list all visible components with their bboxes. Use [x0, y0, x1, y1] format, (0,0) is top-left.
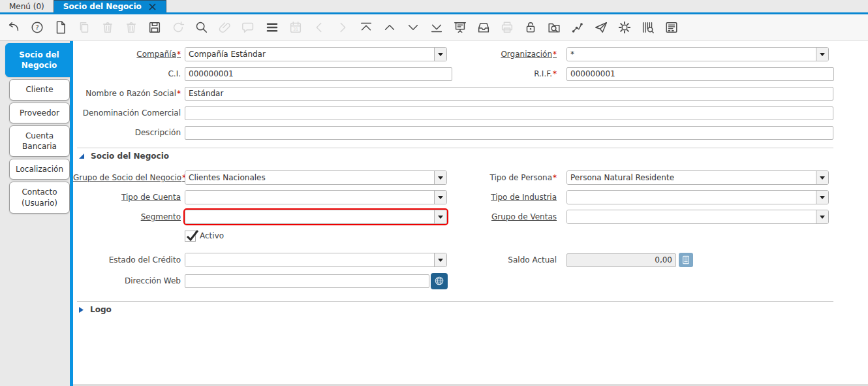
advanced-find-icon[interactable]	[546, 19, 563, 36]
tab-menu[interactable]: Menú (0)	[0, 0, 54, 12]
tipo-cuenta-input[interactable]	[185, 191, 434, 204]
chevron-down-icon	[438, 259, 443, 262]
descripcion-input[interactable]	[185, 126, 833, 140]
direccion-web-input[interactable]	[185, 274, 429, 288]
tipo-cuenta-dropdown-button[interactable]	[434, 191, 446, 204]
product-info-icon[interactable]	[640, 19, 657, 36]
organizacion-input[interactable]	[567, 48, 816, 61]
lock-icon[interactable]	[522, 19, 539, 36]
archive-icon[interactable]	[475, 19, 492, 36]
open-url-button[interactable]	[431, 273, 448, 289]
find-icon[interactable]	[193, 19, 210, 36]
grupo-ventas-label[interactable]: Grupo de Ventas	[452, 212, 557, 221]
tipo-industria-label[interactable]: Tipo de Industria	[452, 193, 557, 202]
estado-credito-combobox	[185, 253, 447, 267]
group-expanded-icon	[78, 153, 85, 159]
sidebar-item-contacto-usuario[interactable]: Contacto (Usuario)	[9, 182, 70, 213]
sidebar-item-cliente[interactable]: Cliente	[9, 79, 70, 100]
chevron-down-icon	[438, 176, 443, 180]
direccion-web-label: Dirección Web	[73, 276, 181, 285]
saldo-actual-label: Saldo Actual	[452, 255, 557, 265]
checkmark-icon	[185, 229, 200, 243]
compania-dropdown-button[interactable]	[434, 48, 446, 61]
globe-icon	[434, 276, 444, 286]
chevron-down-icon	[820, 176, 825, 180]
form-panel: Compañía* Organización* C.I. R.I.F.*	[73, 40, 868, 386]
sidebar-item-proveedor[interactable]: Proveedor	[9, 103, 70, 123]
organizacion-label[interactable]: Organización*	[452, 50, 557, 59]
nombre-input[interactable]	[185, 87, 833, 101]
quick-form-icon[interactable]	[663, 19, 680, 36]
group-header-label: Logo	[90, 305, 112, 314]
detail-tab-sidebar: Socio del Negocio Cliente Proveedor Cuen…	[0, 40, 73, 386]
tab-socio-del-negocio[interactable]: Socio del Negocio	[54, 0, 166, 12]
tipo-cuenta-label[interactable]: Tipo de Cuenta	[73, 193, 181, 202]
activo-checkbox[interactable]	[185, 231, 196, 242]
print-icon	[499, 19, 516, 36]
grid-toggle-icon[interactable]	[264, 19, 281, 36]
window-tab-bar: Menú (0) Socio del Negocio	[0, 0, 868, 14]
group-header-label: Socio del Negocio	[91, 152, 169, 161]
estado-credito-dropdown-button[interactable]	[434, 253, 446, 266]
segmento-label[interactable]: Segmento	[73, 212, 181, 221]
next-record-icon	[334, 19, 351, 36]
delete-record-icon	[99, 19, 116, 36]
group-header-logo[interactable]: Logo	[73, 302, 868, 317]
grupo-ventas-combobox	[566, 210, 829, 224]
estado-credito-input[interactable]	[185, 253, 434, 266]
ci-input[interactable]	[185, 67, 452, 81]
tipo-industria-dropdown-button[interactable]	[816, 191, 828, 204]
help-icon[interactable]: ?	[29, 19, 46, 36]
saldo-actual-input	[566, 253, 676, 267]
group-header-socio[interactable]: Socio del Negocio	[73, 148, 868, 164]
tipo-persona-dropdown-button[interactable]	[816, 171, 828, 184]
grupo-socio-label[interactable]: Grupo de Socio del Negocio*	[73, 173, 181, 182]
last-record-icon[interactable]	[428, 19, 445, 36]
sidebar-item-socio-del-negocio[interactable]: Socio del Negocio	[5, 43, 73, 77]
grupo-socio-dropdown-button[interactable]	[434, 171, 446, 184]
delete-selection-icon	[123, 19, 140, 36]
sidebar-item-label: Cliente	[25, 85, 53, 94]
tab-socio-label: Socio del Negocio	[63, 2, 142, 11]
estado-credito-label: Estado del Crédito	[73, 255, 181, 265]
compania-input[interactable]	[185, 48, 434, 61]
report-icon[interactable]	[452, 19, 469, 36]
chevron-down-icon	[438, 216, 443, 219]
chevron-down-icon	[438, 196, 443, 199]
denominacion-label: Denominación Comercial	[73, 108, 181, 118]
compania-label[interactable]: Compañía*	[73, 50, 181, 59]
sidebar-item-label: Localización	[16, 165, 63, 174]
tipo-persona-label: Tipo de Persona*	[452, 173, 557, 182]
sidebar-item-cuenta-bancaria[interactable]: Cuenta Bancaria	[9, 125, 70, 157]
close-icon[interactable]	[148, 3, 157, 11]
chevron-down-icon	[820, 53, 825, 56]
grupo-socio-input[interactable]	[185, 171, 434, 184]
tipo-persona-input[interactable]	[567, 171, 816, 184]
parent-record-icon[interactable]	[381, 19, 398, 36]
first-record-icon[interactable]	[358, 19, 375, 36]
sidebar-item-localizacion[interactable]: Localización	[9, 159, 70, 180]
denominacion-input[interactable]	[185, 106, 833, 120]
refresh-icon	[170, 19, 187, 36]
grupo-ventas-dropdown-button[interactable]	[816, 210, 828, 223]
segmento-dropdown-button[interactable]	[434, 210, 446, 223]
rif-input[interactable]	[566, 67, 834, 81]
new-record-icon[interactable]	[52, 19, 69, 36]
organizacion-dropdown-button[interactable]	[816, 48, 828, 61]
undo-icon[interactable]	[5, 19, 22, 36]
toolbar: ? 31	[0, 14, 868, 40]
grupo-ventas-input[interactable]	[567, 210, 816, 223]
detail-record-icon[interactable]	[405, 19, 422, 36]
calculator-button[interactable]	[679, 253, 693, 267]
sidebar-item-label: Contacto (Usuario)	[22, 187, 57, 207]
workflow-icon[interactable]	[569, 19, 586, 36]
compania-combobox	[185, 47, 447, 61]
segmento-input[interactable]	[185, 210, 434, 223]
chevron-down-icon	[820, 196, 825, 199]
nombre-label: Nombre o Razón Social*	[73, 89, 181, 98]
copy-record-icon	[76, 19, 93, 36]
save-icon[interactable]	[146, 19, 163, 36]
share-icon[interactable]	[593, 19, 610, 36]
process-icon[interactable]	[616, 19, 633, 36]
tipo-industria-input[interactable]	[567, 191, 816, 204]
